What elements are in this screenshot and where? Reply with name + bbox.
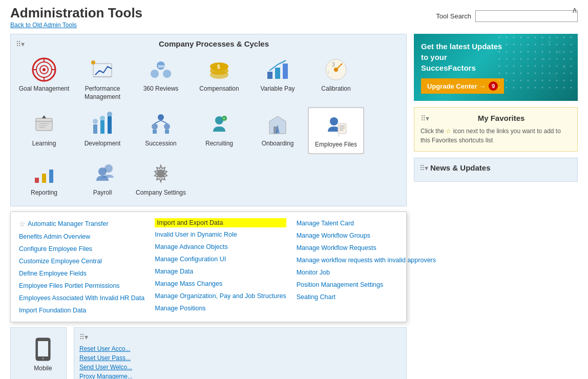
dropdown-item-customize-employee-central[interactable]: Customize Employee Central: [19, 256, 144, 266]
dropdown-item-import-export[interactable]: Import and Export Data: [155, 218, 286, 227]
reporting-label: Reporting: [31, 189, 57, 197]
payroll-label: Payroll: [93, 189, 112, 197]
dropdown-item-employee-files-portlet[interactable]: Employee Files Portlet Permissions: [19, 281, 144, 291]
learning-label: Learning: [32, 140, 56, 148]
svg-rect-22: [283, 64, 288, 79]
sidebar-item-recruiting[interactable]: + Recruiting: [191, 107, 247, 154]
svg-rect-21: [275, 68, 280, 79]
svg-rect-52: [338, 123, 346, 134]
sidebar-item-variable-pay[interactable]: Variable Pay: [249, 52, 306, 105]
compensation-icon: $: [206, 56, 233, 83]
svg-rect-20: [267, 72, 272, 79]
sidebar-item-payroll[interactable]: Payroll: [74, 156, 131, 201]
sidebar-item-mobile[interactable]: Mobile: [15, 332, 71, 377]
my-favorites-title: My Favorites: [431, 114, 571, 122]
svg-point-42: [164, 123, 170, 130]
dropdown-item-manage-mass-changes[interactable]: Manage Mass Changes: [155, 279, 286, 289]
dropdown-item-invalid-user[interactable]: Invalid User in Dynamic Role: [155, 229, 286, 240]
star-icon-auto-manager: ☆: [19, 220, 26, 228]
news-updates-header: ⠿▾ News & Updates: [419, 163, 572, 172]
sidebar-item-succession[interactable]: Succession: [133, 107, 189, 154]
succession-icon: [148, 111, 174, 138]
performance-label: Performance Management: [76, 85, 129, 101]
link-send-user-welco[interactable]: Send User Welco...: [79, 364, 401, 371]
svg-text:×: ×: [562, 63, 566, 71]
link-reset-user-pass[interactable]: Reset User Pass...: [79, 354, 401, 362]
company-settings-icon: [148, 160, 174, 187]
small-panel-links: Reset User Acco... Reset User Pass... Se…: [79, 345, 401, 379]
svg-point-13: [151, 70, 159, 78]
dropdown-item-employees-associated[interactable]: Employees Associated With Invalid HR Dat…: [19, 293, 144, 303]
link-reset-user-acco[interactable]: Reset User Acco...: [79, 345, 401, 352]
sidebar-item-learning[interactable]: Learning: [16, 107, 72, 154]
succession-label: Succession: [145, 140, 176, 148]
svg-text:☞: ☞: [337, 134, 340, 137]
employee-files-dropdown: ☆ Automatic Manager Transfer Benefits Ad…: [10, 212, 407, 322]
sidebar-item-company-settings[interactable]: Company Settings: [133, 156, 189, 201]
dropdown-item-manage-advance[interactable]: Manage Advance Objects: [155, 242, 286, 252]
dropdown-item-manage-config-ui[interactable]: Manage Configuration UI: [155, 254, 286, 264]
dropdown-item-position-mgmt-settings[interactable]: Position Management Settings: [297, 280, 436, 290]
reporting-icon: [31, 160, 57, 187]
360-reviews-label: 360 Reviews: [143, 85, 179, 93]
360-reviews-icon: 360: [148, 56, 174, 83]
dropdown-item-define-employee-fields[interactable]: Define Employee Fields: [19, 268, 144, 279]
svg-line-43: [155, 120, 161, 123]
news-updates-section: ⠿▾ News & Updates: [414, 158, 578, 182]
svg-marker-33: [42, 115, 46, 118]
dropdown-item-import-foundation[interactable]: Import Foundation Data: [19, 305, 144, 315]
sidebar-item-employee-files[interactable]: ☞ Employee Files: [308, 107, 364, 154]
svg-point-14: [163, 70, 171, 78]
svg-text:+: +: [542, 55, 546, 64]
goal-management-icon: [31, 56, 57, 83]
svg-text:360: 360: [158, 64, 165, 69]
my-favorites-drag-icon[interactable]: ⠿▾: [421, 114, 429, 122]
dropdown-item-manage-workflow-groups[interactable]: Manage Workflow Groups: [297, 230, 436, 241]
sidebar-item-360-reviews[interactable]: 360 360 Reviews: [133, 52, 189, 105]
dropdown-item-manage-talent-card[interactable]: Manage Talent Card: [297, 218, 436, 228]
sidebar-item-performance[interactable]: Performance Management: [74, 52, 131, 105]
calibration-label: Calibration: [321, 85, 350, 93]
sidebar-item-goal-management[interactable]: Goal Management: [16, 52, 72, 105]
my-favorites-section: ⠿▾ My Favorites Click the ☆ icon next to…: [414, 107, 578, 152]
my-favorites-body: Click the ☆ icon next to the links you w…: [421, 127, 571, 145]
dropdown-item-manage-workflow-requests[interactable]: Manage Workflow Requests: [297, 243, 436, 253]
svg-point-3: [43, 68, 46, 71]
sidebar-item-compensation[interactable]: $ Compensation: [191, 52, 247, 105]
dropdown-item-monitor-job[interactable]: Monitor Job: [297, 267, 436, 278]
dropdown-item-manage-workflow-invalid[interactable]: Manage workflow requests with invalid ap…: [297, 255, 436, 265]
back-link[interactable]: Back to Old Admin Tools: [10, 22, 77, 29]
link-proxy-manageme[interactable]: Proxy Manageme...: [79, 373, 401, 379]
svg-text:3: 3: [332, 62, 335, 68]
drag-icon[interactable]: ⠿▾: [16, 40, 25, 48]
sidebar-item-calibration[interactable]: 3 i Calibration: [308, 52, 364, 105]
dropdown-item-configure-employee[interactable]: Configure Employee Files: [19, 244, 144, 254]
svg-rect-64: [38, 341, 48, 356]
sidebar-item-reporting[interactable]: Reporting: [16, 156, 72, 201]
upgrade-center-button[interactable]: Upgrade Center → 9: [421, 78, 504, 94]
dropdown-item-benefits-admin[interactable]: Benefits Admin Overview: [19, 231, 144, 242]
dropdown-col-1: ☆ Automatic Manager Transfer Benefits Ad…: [19, 218, 144, 315]
collapse-icon[interactable]: ∧: [572, 5, 578, 15]
svg-rect-45: [153, 130, 157, 134]
small-panel-drag-icon[interactable]: ⠿▾: [79, 333, 88, 341]
goal-management-label: Goal Management: [19, 85, 70, 93]
title-section: Administration Tools Back to Old Admin T…: [10, 5, 142, 29]
sidebar-item-development[interactable]: Development: [74, 107, 131, 154]
dropdown-item-auto-manager[interactable]: ☆ Automatic Manager Transfer: [19, 218, 144, 229]
onboarding-label: Onboarding: [262, 140, 294, 148]
dropdown-item-manage-positions[interactable]: Manage Positions: [155, 303, 286, 313]
svg-point-51: [330, 117, 338, 125]
news-drag-icon[interactable]: ⠿▾: [419, 164, 428, 172]
mobile-icon: [30, 336, 56, 363]
sidebar-item-onboarding[interactable]: Onboarding: [249, 107, 306, 154]
dropdown-item-manage-org[interactable]: Manage Organization, Pay and Job Structu…: [155, 291, 286, 301]
variable-pay-label: Variable Pay: [260, 85, 295, 93]
svg-text:$: $: [217, 64, 220, 70]
dropdown-item-manage-data[interactable]: Manage Data: [155, 266, 286, 277]
svg-rect-46: [165, 130, 169, 134]
dropdown-item-seating-chart[interactable]: Seating Chart: [297, 292, 436, 302]
calibration-icon: 3 i: [323, 56, 349, 83]
small-panel-header: ⠿▾: [79, 333, 401, 341]
tool-search-input[interactable]: [475, 10, 578, 22]
